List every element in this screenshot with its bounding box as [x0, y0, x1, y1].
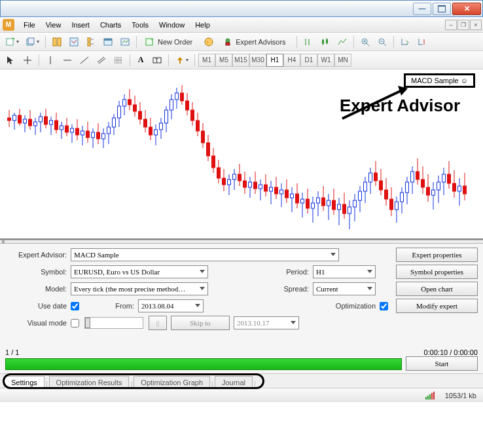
- svg-rect-183: [421, 179, 425, 187]
- svg-text:T: T: [155, 58, 158, 64]
- period-select[interactable]: H1: [313, 265, 376, 278]
- mdi-close-button[interactable]: ×: [470, 20, 482, 30]
- timeframe-m5[interactable]: M5: [215, 54, 232, 67]
- ea-select[interactable]: MACD Sample: [71, 248, 339, 261]
- svg-rect-103: [212, 156, 215, 168]
- svg-rect-135: [296, 194, 299, 203]
- equidistant-channel-icon[interactable]: [94, 53, 109, 67]
- svg-rect-65: [113, 118, 116, 127]
- svg-rect-113: [238, 174, 241, 181]
- candle-chart-icon[interactable]: [317, 35, 333, 49]
- svg-rect-49: [71, 128, 74, 132]
- svg-rect-145: [322, 198, 325, 206]
- menu-insert[interactable]: Insert: [66, 19, 95, 31]
- mdi-restore-button[interactable]: ❐: [457, 20, 469, 30]
- skip-to-button[interactable]: Skip to: [171, 316, 230, 330]
- zoom-in-icon[interactable]: [357, 35, 373, 49]
- svg-rect-95: [191, 110, 194, 121]
- text-label-icon[interactable]: T: [149, 53, 165, 67]
- timeframe-d1[interactable]: D1: [300, 54, 317, 67]
- symbol-select[interactable]: EURUSD, Euro vs US Dollar: [71, 265, 208, 278]
- crosshair-icon[interactable]: [20, 53, 35, 67]
- visual-mode-checkbox[interactable]: [71, 319, 79, 327]
- timeframe-h4[interactable]: H4: [283, 54, 300, 67]
- svg-rect-105: [217, 168, 221, 178]
- from-label: From:: [112, 302, 138, 310]
- cursor-icon[interactable]: [3, 53, 18, 67]
- chart-canvas[interactable]: MACD Sample ☺ Expert Advisor: [0, 69, 483, 240]
- metaquotes-icon[interactable]: !: [201, 35, 217, 49]
- model-select[interactable]: Every tick (the most precise method…: [71, 282, 208, 295]
- text-icon[interactable]: A: [134, 53, 148, 67]
- tab-optimization-results[interactable]: Optimization Results: [49, 376, 130, 388]
- tab-journal[interactable]: Journal: [215, 376, 253, 388]
- expert-properties-button[interactable]: Expert properties: [396, 248, 478, 262]
- new-order-button[interactable]: +New Order: [140, 35, 200, 49]
- from-date-picker[interactable]: 2013.08.04: [138, 299, 204, 312]
- to-date-picker[interactable]: 2013.10.17: [234, 316, 299, 329]
- data-window-icon[interactable]: [66, 35, 82, 49]
- menu-file[interactable]: File: [18, 19, 41, 31]
- svg-rect-137: [301, 199, 304, 203]
- optimization-label: Optimization: [322, 302, 380, 310]
- window-close-button[interactable]: [452, 3, 481, 15]
- profiles-icon[interactable]: ▾: [23, 35, 42, 49]
- open-chart-button[interactable]: Open chart: [396, 282, 478, 296]
- new-chart-icon[interactable]: +▾: [3, 35, 22, 49]
- pause-button[interactable]: ||: [149, 316, 167, 330]
- start-button[interactable]: Start: [406, 356, 478, 371]
- strategy-tester-icon[interactable]: [117, 35, 133, 49]
- panel-close-icon[interactable]: ×: [1, 238, 5, 246]
- mdi-minimize-button[interactable]: –: [445, 20, 457, 30]
- timeframe-w1[interactable]: W1: [317, 54, 334, 67]
- speed-slider[interactable]: [84, 317, 143, 329]
- timeframe-m15[interactable]: M15: [232, 54, 249, 67]
- tab-optimization-graph[interactable]: Optimization Graph: [134, 376, 210, 388]
- menu-help[interactable]: Help: [190, 19, 215, 31]
- chart-shift-icon[interactable]: [414, 35, 430, 49]
- spread-select[interactable]: Current: [313, 282, 376, 295]
- svg-rect-67: [118, 106, 121, 118]
- optimization-checkbox[interactable]: [380, 302, 388, 310]
- menu-charts[interactable]: Charts: [95, 19, 126, 31]
- svg-rect-89: [175, 93, 179, 100]
- fibonacci-icon[interactable]: [111, 53, 126, 67]
- timeframe-m1[interactable]: M1: [198, 54, 215, 67]
- new-order-label: New Order: [155, 38, 195, 46]
- zoom-out-icon[interactable]: [374, 35, 390, 49]
- window-minimize-button[interactable]: [413, 3, 431, 15]
- svg-rect-39: [45, 117, 48, 124]
- traffic-label: 1053/1 kb: [445, 392, 476, 400]
- terminal-icon[interactable]: [100, 35, 116, 49]
- symbol-properties-button[interactable]: Symbol properties: [396, 265, 478, 279]
- timeframe-h1[interactable]: H1: [266, 54, 283, 67]
- line-chart-icon[interactable]: [334, 35, 350, 49]
- market-watch-icon[interactable]: [49, 35, 65, 49]
- vertical-line-icon[interactable]: [43, 53, 58, 67]
- timeframe-m30[interactable]: M30: [249, 54, 266, 67]
- strategy-tester-panel: Expert Advisor: MACD Sample Expert prope…: [0, 244, 483, 373]
- arrows-icon[interactable]: ▾: [172, 53, 191, 67]
- navigator-icon[interactable]: [83, 35, 99, 49]
- timeframe-mn[interactable]: MN: [334, 54, 351, 67]
- trendline-icon[interactable]: [77, 53, 92, 67]
- svg-rect-99: [202, 131, 205, 143]
- svg-rect-83: [160, 123, 163, 130]
- svg-point-14: [205, 38, 213, 46]
- svg-rect-85: [165, 110, 168, 123]
- expert-advisors-button[interactable]: Expert Advisors: [218, 35, 293, 49]
- panel-splitter[interactable]: ×: [0, 240, 483, 244]
- menu-view[interactable]: View: [41, 19, 67, 31]
- menu-window[interactable]: Window: [154, 19, 190, 31]
- use-date-checkbox[interactable]: [71, 302, 79, 310]
- svg-rect-171: [390, 199, 393, 210]
- bar-chart-icon[interactable]: [300, 35, 316, 49]
- modify-expert-button[interactable]: Modify expert: [396, 299, 478, 313]
- tab-settings[interactable]: Settings: [4, 376, 45, 388]
- svg-rect-167: [380, 181, 383, 190]
- auto-scroll-icon[interactable]: [397, 35, 413, 49]
- menu-tools[interactable]: Tools: [126, 19, 154, 31]
- window-maximize-button[interactable]: [433, 3, 451, 15]
- horizontal-line-icon[interactable]: [60, 53, 75, 67]
- status-bar: 1053/1 kb: [0, 388, 483, 402]
